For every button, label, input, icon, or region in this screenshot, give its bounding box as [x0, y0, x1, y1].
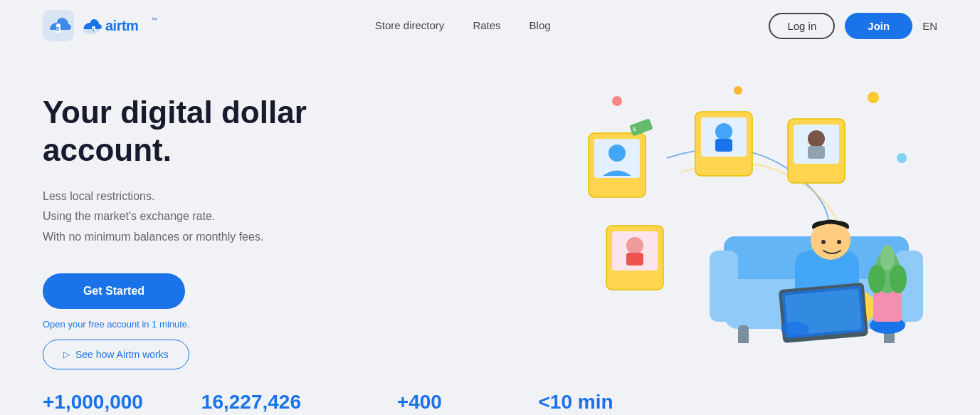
stat-networks: +400 banks & e-money networks — [359, 391, 480, 415]
svg-point-9 — [612, 96, 622, 106]
svg-point-46 — [781, 322, 809, 336]
svg-point-25 — [808, 130, 825, 147]
open-free-suffix: . — [187, 319, 190, 330]
stats-section: +1,000,000 happy members 16,227,426 tran… — [0, 384, 980, 415]
svg-point-29 — [626, 237, 643, 254]
svg-point-11 — [868, 92, 879, 103]
svg-point-41 — [837, 240, 841, 244]
open-free-prefix: Open your free account — [43, 319, 142, 330]
svg-rect-30 — [626, 253, 643, 266]
svg-point-49 — [868, 265, 885, 293]
svg-text:™: ™ — [151, 16, 157, 23]
svg-point-16 — [608, 145, 626, 162]
svg-text:$: $ — [93, 28, 95, 32]
blog-link[interactable]: Blog — [529, 19, 551, 31]
join-button[interactable]: Join — [845, 13, 912, 39]
hero-svg: $ — [525, 73, 937, 343]
see-how-label: See how Airtm works — [75, 349, 169, 360]
logo-svg: $ airtm ™ — [78, 13, 157, 38]
stat-networks-value: +400 — [359, 391, 480, 414]
nav-links: Store directory Rates Blog — [375, 19, 551, 32]
open-free-link: in 1 minute — [142, 319, 187, 330]
open-free-text: Open your free account in 1 minute. — [43, 319, 413, 330]
nav-item-blog[interactable]: Blog — [529, 19, 551, 32]
hero-subtitle: Less local restrictions. Using the marke… — [43, 187, 413, 248]
stat-members: +1,000,000 happy members — [43, 391, 143, 415]
svg-point-21 — [715, 123, 732, 140]
svg-point-50 — [890, 265, 907, 293]
svg-rect-33 — [710, 251, 738, 322]
store-directory-link[interactable]: Store directory — [375, 19, 445, 31]
hero-title: Your digital dollar account. — [43, 94, 413, 169]
stat-members-value: +1,000,000 — [43, 391, 143, 414]
svg-rect-22 — [715, 139, 732, 152]
login-button[interactable]: Log in — [769, 13, 835, 39]
stat-transactions-value: 16,227,426 — [200, 391, 302, 414]
subtitle-line1: Less local restrictions. — [43, 187, 413, 207]
subtitle-line2: Using the market's exchange rate. — [43, 206, 413, 227]
hero-section: Your digital dollar account. Less local … — [0, 51, 980, 384]
stat-speed-value: <10 min — [537, 391, 616, 414]
rates-link[interactable]: Rates — [473, 19, 500, 31]
hero-left: Your digital dollar account. Less local … — [43, 73, 413, 369]
nav-item-store-directory[interactable]: Store directory — [375, 19, 445, 32]
see-how-button[interactable]: ▷ See how Airtm works — [43, 340, 189, 369]
nav-item-rates[interactable]: Rates — [473, 19, 500, 32]
svg-point-40 — [821, 240, 826, 244]
logo-icon: $ — [43, 10, 74, 41]
logo[interactable]: $ $ airtm ™ — [43, 10, 157, 41]
subtitle-line3: With no minimum balances or monthly fees… — [43, 227, 413, 248]
play-icon: ▷ — [63, 350, 70, 359]
stat-transactions: 16,227,426 transactions completed — [200, 391, 302, 415]
svg-rect-26 — [808, 146, 825, 159]
language-selector[interactable]: EN — [922, 20, 937, 32]
svg-point-12 — [897, 153, 907, 163]
svg-text:$: $ — [56, 26, 59, 32]
svg-point-10 — [734, 86, 742, 95]
hero-illustration: $ — [427, 73, 937, 357]
svg-rect-35 — [738, 325, 749, 343]
navbar: $ $ airtm ™ Store directory Rates Blog L… — [0, 0, 980, 51]
nav-actions: Log in Join EN — [769, 13, 937, 39]
stat-speed: <10 min transaction speed — [537, 391, 616, 415]
svg-point-51 — [880, 245, 895, 270]
svg-text:airtm: airtm — [105, 18, 138, 33]
get-started-button[interactable]: Get Started — [43, 273, 185, 309]
